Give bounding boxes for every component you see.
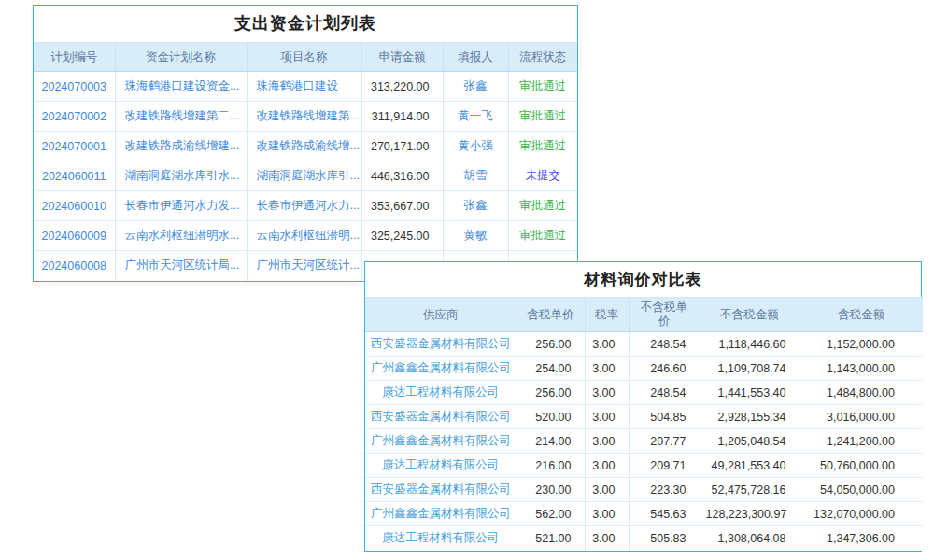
cell-amount-without-tax: 1,308,064.08 (700, 526, 800, 551)
cell-amount-with-tax: 1,347,306.00 (800, 526, 923, 551)
cell-amount-without-tax: 52,475,728.16 (700, 478, 800, 502)
cell-price-with-tax: 256.00 (517, 381, 585, 405)
cell-reporter[interactable]: 黄小强 (443, 132, 508, 161)
cell-reporter[interactable]: 胡雪 (443, 161, 508, 191)
cell-amount-with-tax: 54,050,000.00 (800, 478, 923, 502)
cell-project-name[interactable]: 云南水利枢纽潜明... (247, 221, 361, 251)
cell-plan-id[interactable]: 2024060011 (34, 161, 115, 191)
cell-tax-rate: 3.00 (585, 478, 629, 502)
cell-reporter[interactable]: 张鑫 (443, 191, 508, 221)
cell-plan-id[interactable]: 2024070003 (34, 72, 115, 102)
cell-project-name[interactable]: 长春市伊通河水力... (247, 191, 361, 221)
expenditure-plan-title: 支出资金计划列表 (34, 6, 577, 42)
column-header-amount-without-tax: 不含税金额 (700, 298, 800, 332)
cell-supplier[interactable]: 西安盛器金属材料有限公司 (365, 405, 517, 429)
cell-price-without-tax: 246.60 (629, 357, 700, 381)
cell-fund-plan-name[interactable]: 改建铁路成渝线增建... (115, 132, 247, 161)
page: 支出资金计划列表 计划编号资金计划名称项目名称申请金额填报人流程状态 20240… (0, 0, 934, 560)
header-row: 计划编号资金计划名称项目名称申请金额填报人流程状态 (34, 43, 577, 72)
cell-price-with-tax: 562.00 (517, 502, 585, 526)
table-row: 西安盛器金属材料有限公司256.003.00248.541,118,446.60… (365, 332, 923, 357)
cell-amount-without-tax: 1,441,553.40 (700, 381, 800, 405)
table-row: 广州鑫鑫金属材料有限公司254.003.00246.601,109,708.74… (365, 357, 923, 381)
cell-plan-id[interactable]: 2024060009 (34, 221, 115, 251)
cell-project-name[interactable]: 湖南洞庭湖水库引... (247, 161, 361, 191)
header-row: 供应商含税单价税率不含税单 价不含税金额含税金额 (365, 298, 923, 332)
cell-price-without-tax: 505.83 (629, 526, 700, 551)
cell-price-without-tax: 504.85 (629, 405, 700, 429)
column-header-plan-id: 计划编号 (34, 43, 115, 72)
cell-project-name[interactable]: 改建铁路成渝线增... (247, 132, 361, 161)
cell-amount-without-tax: 1,118,446.60 (700, 332, 800, 357)
column-header-price-without-tax: 不含税单 价 (629, 298, 700, 332)
cell-supplier[interactable]: 广州鑫鑫金属材料有限公司 (365, 502, 517, 526)
cell-price-with-tax: 216.00 (517, 454, 585, 478)
cell-flow-status: 审批通过 (508, 191, 577, 221)
cell-tax-rate: 3.00 (585, 381, 629, 405)
cell-fund-plan-name[interactable]: 长春市伊通河水力发... (115, 191, 247, 221)
cell-price-with-tax: 254.00 (517, 357, 585, 381)
cell-project-name[interactable]: 改建铁路线增建第... (247, 102, 361, 132)
table-row: 2024070002改建铁路线增建第二...改建铁路线增建第...311,914… (34, 102, 577, 132)
cell-fund-plan-name[interactable]: 湖南洞庭湖水库引水... (115, 161, 247, 191)
cell-reporter[interactable]: 黄一飞 (443, 102, 508, 132)
cell-apply-amount: 325,245.00 (361, 221, 443, 251)
cell-amount-without-tax: 49,281,553.40 (700, 454, 800, 478)
cell-tax-rate: 3.00 (585, 454, 629, 478)
cell-amount-without-tax: 1,205,048.54 (700, 429, 800, 454)
cell-supplier[interactable]: 西安盛器金属材料有限公司 (365, 332, 517, 357)
cell-apply-amount: 353,667.00 (361, 191, 443, 221)
cell-price-with-tax: 521.00 (517, 526, 585, 551)
cell-flow-status: 审批通过 (508, 72, 577, 102)
cell-amount-with-tax: 1,241,200.00 (800, 429, 923, 454)
cell-flow-status: 审批通过 (508, 102, 577, 132)
column-header-apply-amount: 申请金额 (361, 43, 443, 72)
cell-amount-with-tax: 1,152,000.00 (800, 332, 923, 357)
column-header-project-name: 项目名称 (247, 43, 361, 72)
cell-supplier[interactable]: 康达工程材料有限公司 (365, 381, 517, 405)
cell-fund-plan-name[interactable]: 改建铁路线增建第二... (115, 102, 247, 132)
column-header-fund-plan-name: 资金计划名称 (115, 43, 247, 72)
table-row: 2024060009云南水利枢纽潜明水...云南水利枢纽潜明...325,245… (34, 221, 577, 251)
cell-fund-plan-name[interactable]: 云南水利枢纽潜明水... (115, 221, 247, 251)
cell-supplier[interactable]: 广州鑫鑫金属材料有限公司 (365, 357, 517, 381)
table-row: 康达工程材料有限公司216.003.00209.7149,281,553.405… (365, 454, 923, 478)
cell-reporter[interactable]: 张鑫 (443, 72, 508, 102)
cell-price-without-tax: 207.77 (629, 429, 700, 454)
cell-plan-id[interactable]: 2024070002 (34, 102, 115, 132)
cell-apply-amount: 270,171.00 (361, 132, 443, 161)
column-header-supplier: 供应商 (365, 298, 517, 332)
cell-supplier[interactable]: 康达工程材料有限公司 (365, 454, 517, 478)
table-row: 广州鑫鑫金属材料有限公司214.003.00207.771,205,048.54… (365, 429, 923, 454)
column-header-price-with-tax: 含税单价 (517, 298, 585, 332)
cell-amount-without-tax: 128,223,300.97 (700, 502, 800, 526)
column-header-flow-status: 流程状态 (508, 43, 577, 72)
expenditure-plan-table: 计划编号资金计划名称项目名称申请金额填报人流程状态 2024070003珠海鹤港… (34, 42, 577, 281)
cell-apply-amount: 446,316.00 (361, 161, 443, 191)
material-inquiry-title: 材料询价对比表 (365, 262, 921, 297)
cell-apply-amount: 311,914.00 (361, 102, 443, 132)
cell-amount-with-tax: 3,016,000.00 (800, 405, 923, 429)
cell-project-name[interactable]: 珠海鹤港口建设 (247, 72, 361, 102)
cell-price-with-tax: 230.00 (517, 478, 585, 502)
cell-price-with-tax: 214.00 (517, 429, 585, 454)
cell-amount-with-tax: 132,070,000.00 (800, 502, 923, 526)
cell-fund-plan-name[interactable]: 广州市天河区统计局... (115, 251, 247, 281)
cell-reporter[interactable]: 黄敏 (443, 221, 508, 251)
cell-plan-id[interactable]: 2024060010 (34, 191, 115, 221)
cell-supplier[interactable]: 广州鑫鑫金属材料有限公司 (365, 429, 517, 454)
cell-plan-id[interactable]: 2024060008 (34, 251, 115, 281)
cell-supplier[interactable]: 西安盛器金属材料有限公司 (365, 478, 517, 502)
cell-flow-status: 审批通过 (508, 132, 577, 161)
cell-flow-status: 审批通过 (508, 221, 577, 251)
cell-project-name[interactable]: 广州市天河区统计... (247, 251, 361, 281)
cell-amount-with-tax: 1,484,800.00 (800, 381, 923, 405)
cell-supplier[interactable]: 康达工程材料有限公司 (365, 526, 517, 551)
cell-fund-plan-name[interactable]: 珠海鹤港口建设资金... (115, 72, 247, 102)
cell-price-without-tax: 209.71 (629, 454, 700, 478)
column-header-amount-with-tax: 含税金额 (800, 298, 923, 332)
cell-plan-id[interactable]: 2024070001 (34, 132, 115, 161)
table-row: 西安盛器金属材料有限公司230.003.00223.3052,475,728.1… (365, 478, 923, 502)
column-header-reporter: 填报人 (443, 43, 508, 72)
table-row: 康达工程材料有限公司521.003.00505.831,308,064.081,… (365, 526, 923, 551)
